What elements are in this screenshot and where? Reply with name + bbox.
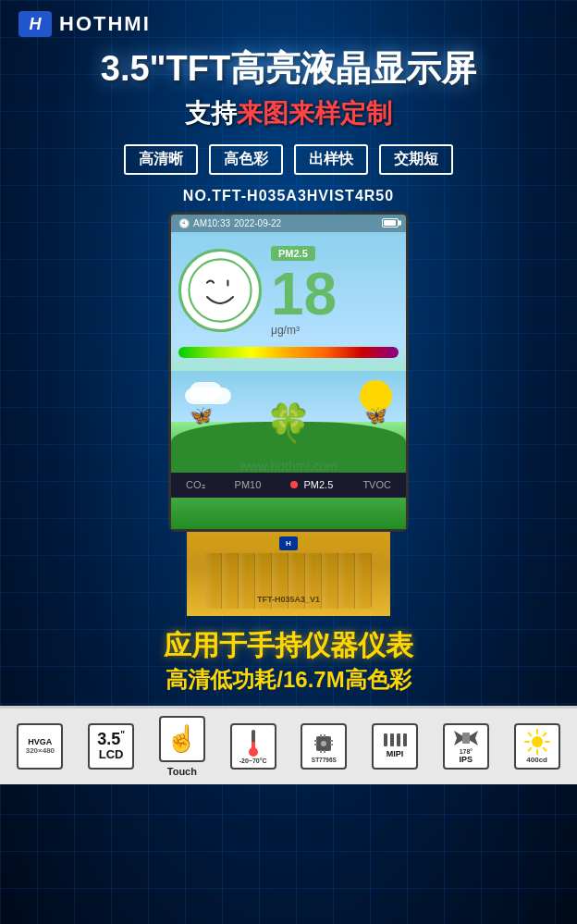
logo-box: H <box>18 11 52 37</box>
fpc-line <box>322 553 338 609</box>
tag-hd: 高清晰 <box>124 144 198 175</box>
color-bar <box>178 347 399 358</box>
lcd-outer: 🕙 AM10:33 2022-09-22 <box>168 212 409 532</box>
spec-lcd: 3.5" LCD <box>88 723 134 770</box>
ips-angle: 178° <box>460 748 473 755</box>
lcd-text: LCD <box>99 747 124 761</box>
svg-line-23 <box>543 733 546 736</box>
tag-delivery: 交期短 <box>379 144 453 175</box>
driver-icon: ST7796S <box>301 723 347 770</box>
thermometer-svg <box>244 728 263 758</box>
fpc-board: H 30 <box>187 532 390 616</box>
fpc-line <box>205 553 222 609</box>
touch-label: Touch <box>167 766 197 777</box>
svg-point-0 <box>189 259 251 321</box>
tag-color: 高色彩 <box>209 144 283 175</box>
spec-touch: ☝ Touch <box>159 716 205 777</box>
air-content: PM2.5 18 μg/m³ <box>171 232 406 371</box>
svg-rect-6 <box>314 740 317 742</box>
spec-driver: ST7796S <box>301 723 347 770</box>
lcd-unit: " <box>120 730 125 740</box>
ips-svg <box>452 728 480 748</box>
mipi-label: MIPI <box>387 749 404 758</box>
brightness-icon: 400cd <box>514 723 560 770</box>
svg-rect-15 <box>462 733 470 744</box>
smiley-svg <box>188 258 252 323</box>
lcd-assembly: 🕙 AM10:33 2022-09-22 <box>168 212 409 616</box>
bottom-tabs: CO₂ PM10 PM2.5 TVOC <box>171 473 406 498</box>
tab-co2: CO₂ <box>180 477 211 493</box>
brightness-value: 400cd <box>526 756 547 764</box>
svg-point-14 <box>321 741 326 746</box>
svg-rect-8 <box>330 740 333 742</box>
status-bar: 🕙 AM10:33 2022-09-22 <box>171 215 406 232</box>
svg-rect-13 <box>324 750 325 753</box>
svg-rect-7 <box>314 744 317 745</box>
tab-tvoc: TVOC <box>357 477 397 493</box>
temp-range: -20~70°C <box>239 758 267 764</box>
lcd-size: 3.5" <box>97 731 125 747</box>
fpc-wrapper: H 30 <box>187 532 390 616</box>
status-time: AM10:33 <box>193 218 230 228</box>
spec-temp: -20~70°C <box>230 723 276 770</box>
tab-dot <box>290 481 298 488</box>
fpc-line <box>338 553 355 609</box>
mipi-lines-group <box>384 733 407 746</box>
fpc-line <box>239 553 255 609</box>
hvga-label: HVGA <box>28 737 52 746</box>
fpc-connector: TFT-H035A3_V1 <box>205 553 372 609</box>
status-date: 2022-09-22 <box>234 218 281 228</box>
clock-icon: 🕙 <box>178 218 190 228</box>
battery-icon <box>382 218 399 228</box>
svg-line-22 <box>543 748 546 751</box>
pm-value-area: PM2.5 18 μg/m³ <box>271 244 399 337</box>
svg-line-21 <box>528 733 531 736</box>
mipi-line-4 <box>403 733 407 746</box>
landscape: 🍀 🦋 🦋 <box>171 371 406 473</box>
svg-point-16 <box>532 736 543 747</box>
touch-icon: ☝ <box>159 716 205 762</box>
specs-bar: HVGA 320×480 3.5" LCD ☝ Touch <box>0 706 577 784</box>
svg-rect-11 <box>324 734 325 737</box>
tab-pm25: PM2.5 <box>285 477 338 493</box>
fpc-logo: H <box>279 536 298 550</box>
sub-title-highlight: 来图来样定制 <box>237 99 392 128</box>
main-title: 3.5"TFT高亮液晶显示屏 <box>0 44 577 94</box>
spec-hvga: HVGA 320×480 <box>17 723 63 770</box>
ips-label: IPS <box>460 755 473 764</box>
pm-label: PM2.5 <box>271 246 315 261</box>
mipi-line-1 <box>384 733 387 746</box>
app-text: 应用于手持仪器仪表 高清低功耗/16.7M高色彩 <box>0 616 577 698</box>
spec-ips: 178° IPS <box>443 723 489 770</box>
svg-rect-10 <box>320 734 322 737</box>
fpc-line <box>222 553 239 609</box>
mipi-line-2 <box>390 733 394 746</box>
logo-letter: H <box>30 15 42 34</box>
sun-svg <box>523 728 551 756</box>
lcd-icon: 3.5" LCD <box>88 723 134 770</box>
sub-title: 支持来图来样定制 <box>0 94 577 139</box>
ips-icon: 178° IPS <box>443 723 489 770</box>
header: H HOTHMI <box>0 0 577 44</box>
sub-title-prefix: 支持 <box>185 99 237 128</box>
hvga-resolution: 320×480 <box>26 746 55 755</box>
resolution-icon: HVGA 320×480 <box>17 723 63 770</box>
tab-pm10: PM10 <box>229 477 267 493</box>
svg-line-24 <box>528 748 531 751</box>
pm-display: PM2.5 18 μg/m³ <box>178 240 399 341</box>
product-number: NO.TFT-H035A3HVIST4R50 <box>0 184 577 212</box>
svg-rect-4 <box>252 742 255 753</box>
tag-fast: 出样快 <box>294 144 368 175</box>
mipi-line-3 <box>397 733 400 746</box>
fpc-chip-label: TFT-H035A3_V1 <box>257 595 320 604</box>
chip-svg <box>309 729 338 758</box>
fpc-line <box>355 553 372 609</box>
display-wrapper: 🕙 AM10:33 2022-09-22 <box>0 212 577 616</box>
svg-rect-12 <box>320 750 322 753</box>
temp-icon: -20~70°C <box>230 723 276 770</box>
spec-brightness: 400cd <box>514 723 560 770</box>
feature-tags: 高清晰 高色彩 出样快 交期短 <box>0 139 577 184</box>
smiley-face <box>178 249 262 332</box>
brand-name: HOTHMI <box>59 12 151 36</box>
app-line1: 应用于手持仪器仪表 <box>9 627 568 665</box>
